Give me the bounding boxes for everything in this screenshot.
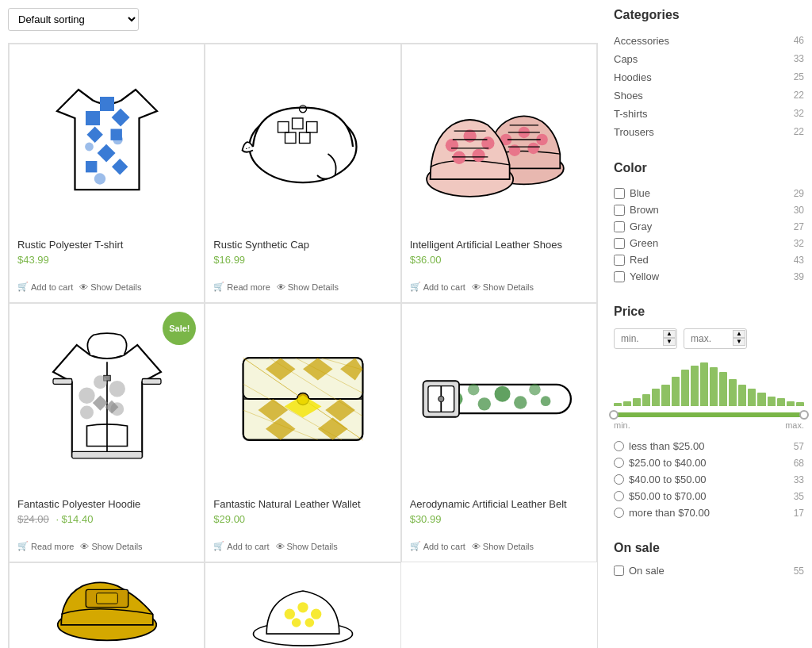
- color-label[interactable]: Blue: [614, 187, 650, 199]
- on-sale-label[interactable]: On sale: [614, 565, 665, 577]
- svg-point-24: [528, 143, 540, 155]
- show-details-button[interactable]: Show Details: [277, 280, 339, 294]
- price-slider-max-thumb[interactable]: [799, 410, 809, 420]
- on-sale-count: 55: [794, 566, 804, 577]
- product-card: Fantastic Natural Leather Wallet $29.00 …: [205, 303, 400, 562]
- eye-icon: [80, 542, 89, 551]
- color-checkbox-gray[interactable]: [614, 221, 625, 232]
- list-item[interactable]: Shoes 22: [614, 86, 804, 105]
- category-count: 22: [794, 126, 804, 138]
- add-to-cart-button[interactable]: Add to cart: [213, 539, 269, 554]
- price-range-count: 35: [794, 491, 804, 502]
- color-list: Blue 29 Brown 30 Gray 27: [614, 185, 804, 285]
- list-item[interactable]: T-shirts 32: [614, 105, 804, 123]
- main-content: Default sorting Sort by popularity Sort …: [8, 8, 598, 648]
- svg-point-33: [453, 151, 465, 164]
- price-range-label[interactable]: $40.00 to $50.00: [614, 474, 707, 485]
- read-more-button[interactable]: Read more: [213, 279, 270, 294]
- add-to-cart-button[interactable]: Add to cart: [17, 279, 73, 294]
- show-details-button[interactable]: Show Details: [472, 280, 534, 294]
- price-slider-min-thumb[interactable]: [609, 410, 619, 420]
- list-item[interactable]: Accessories 46: [614, 32, 804, 50]
- svg-rect-1: [100, 97, 114, 111]
- color-section: Color Blue 29 Brown 30: [614, 161, 804, 285]
- list-item[interactable]: Hoodies 25: [614, 68, 804, 86]
- price-range-radio[interactable]: [614, 491, 624, 501]
- price-max-down[interactable]: ▼: [733, 338, 745, 346]
- list-item[interactable]: Caps 33: [614, 50, 804, 68]
- histogram-bar: [700, 362, 708, 406]
- product-image: [17, 571, 196, 648]
- histogram-bar: [796, 402, 804, 406]
- read-more-button[interactable]: Read more: [17, 539, 74, 554]
- price-max-up[interactable]: ▲: [733, 330, 745, 338]
- price-range-label[interactable]: more than $70.00: [614, 507, 710, 519]
- price-range-radio[interactable]: [614, 474, 624, 485]
- list-item: $25.00 to $40.00 68: [614, 454, 804, 471]
- price-max-label: max.: [785, 420, 804, 430]
- product-name: Rustic Polyester T-shirt: [17, 239, 196, 251]
- category-link[interactable]: Trousers: [614, 126, 654, 138]
- cart-icon: [17, 282, 29, 292]
- sort-select[interactable]: Default sorting Sort by popularity Sort …: [8, 8, 139, 31]
- svg-point-88: [297, 602, 308, 612]
- svg-point-8: [94, 173, 105, 184]
- color-count: 43: [794, 255, 804, 266]
- product-actions: Read more Show Details: [17, 539, 196, 554]
- color-checkbox-yellow[interactable]: [614, 271, 625, 282]
- product-card: [205, 562, 400, 648]
- list-item: $50.00 to $70.00 35: [614, 488, 804, 504]
- show-details-button[interactable]: Show Details: [472, 539, 534, 554]
- product-price: $16.99: [213, 254, 392, 266]
- product-image: [410, 312, 588, 486]
- price-min-down[interactable]: ▼: [663, 338, 676, 346]
- svg-point-73: [468, 384, 480, 396]
- product-actions: Add to cart Show Details: [410, 539, 588, 554]
- price-range-label[interactable]: $25.00 to $40.00: [614, 457, 707, 469]
- category-link[interactable]: Accessories: [614, 35, 669, 47]
- category-link[interactable]: T-shirts: [614, 108, 648, 120]
- color-label[interactable]: Green: [614, 237, 658, 249]
- price-title: Price: [614, 305, 804, 319]
- color-checkbox-brown[interactable]: [614, 205, 625, 216]
- category-link[interactable]: Shoes: [614, 90, 643, 102]
- price-range-radio[interactable]: [614, 441, 624, 451]
- price-range-radio[interactable]: [614, 508, 624, 518]
- svg-point-82: [439, 396, 444, 401]
- histogram-bar: [787, 401, 795, 406]
- add-to-cart-button[interactable]: Add to cart: [410, 539, 465, 554]
- histogram-bar: [691, 366, 699, 406]
- add-to-cart-button[interactable]: Add to cart: [410, 279, 465, 294]
- color-count: 29: [794, 188, 804, 199]
- price-range-label[interactable]: $50.00 to $70.00: [614, 490, 707, 502]
- show-details-button[interactable]: Show Details: [80, 539, 142, 554]
- list-item[interactable]: Trousers 22: [614, 123, 804, 141]
- color-checkbox-red[interactable]: [614, 255, 625, 266]
- svg-point-44: [80, 406, 94, 420]
- show-details-button[interactable]: Show Details: [79, 280, 141, 294]
- color-checkbox-green[interactable]: [614, 238, 625, 249]
- cart-icon: [410, 541, 421, 551]
- price-min-up[interactable]: ▲: [663, 330, 676, 338]
- product-info: Rustic Polyester T-shirt $43.99: [17, 235, 196, 273]
- color-label[interactable]: Yellow: [614, 270, 659, 282]
- list-item: less than $25.00 57: [614, 438, 804, 454]
- eye-icon: [79, 282, 88, 292]
- svg-point-78: [541, 396, 551, 406]
- color-label[interactable]: Gray: [614, 220, 652, 232]
- color-label[interactable]: Red: [614, 254, 649, 266]
- color-checkbox-blue[interactable]: [614, 188, 625, 199]
- price-range-radio[interactable]: [614, 458, 624, 468]
- show-details-button[interactable]: Show Details: [276, 539, 338, 554]
- histogram-bar: [614, 403, 622, 406]
- category-link[interactable]: Caps: [614, 53, 638, 65]
- product-name: Rustic Synthetic Cap: [213, 239, 392, 251]
- histogram-bar: [757, 393, 765, 406]
- price-range-label[interactable]: less than $25.00: [614, 440, 704, 452]
- on-sale-checkbox[interactable]: [614, 566, 624, 576]
- category-link[interactable]: Hoodies: [614, 71, 652, 83]
- on-sale-section: On sale On sale 55: [614, 541, 804, 577]
- histogram-bar: [738, 385, 746, 406]
- color-label[interactable]: Brown: [614, 204, 659, 216]
- category-count: 32: [794, 108, 804, 120]
